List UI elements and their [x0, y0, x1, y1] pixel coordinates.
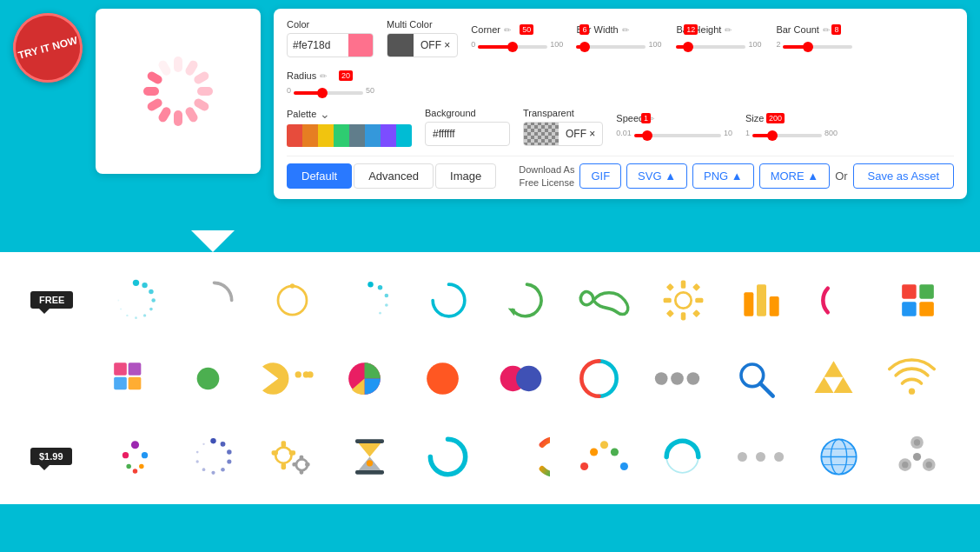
corner-slider[interactable] [478, 45, 547, 49]
palette-strip[interactable] [287, 124, 412, 147]
icon-1[interactable] [101, 265, 170, 335]
corner-edit-icon[interactable]: ✏ [504, 25, 511, 35]
icon-45[interactable] [413, 422, 482, 491]
save-as-asset-button[interactable]: Save as Asset [853, 163, 954, 189]
png-button[interactable]: PNG ▲ [692, 163, 754, 189]
background-input[interactable]: #ffffff [425, 122, 510, 146]
icon-27[interactable] [564, 343, 633, 413]
svg-point-114 [914, 439, 920, 445]
icon-7[interactable] [570, 265, 639, 335]
multicolor-input[interactable]: OFF × [387, 33, 458, 57]
palette-color-4[interactable] [334, 124, 349, 147]
barwidth-edit-icon[interactable]: ✏ [622, 25, 629, 35]
barcount-control: Bar Count ✏ 2 8 [776, 24, 863, 52]
barwidth-control: Bar Width ✏ 6 100 [576, 24, 663, 52]
icon-29[interactable] [720, 343, 790, 413]
icon-22[interactable] [173, 343, 242, 413]
barwidth-slider[interactable] [576, 45, 646, 49]
icon-30[interactable] [798, 343, 868, 413]
icon-23[interactable] [251, 343, 321, 413]
icon-43[interactable] [256, 422, 326, 491]
svg-marker-64 [814, 376, 833, 392]
svg-rect-41 [769, 296, 778, 316]
palette-chevron-icon[interactable]: ⌄ [320, 107, 330, 121]
palette-color-8[interactable] [396, 124, 412, 147]
gif-button[interactable]: GIF [579, 163, 621, 189]
speed-slider[interactable] [634, 134, 721, 137]
multicolor-toggle-text: OFF × [420, 39, 450, 51]
icon-6[interactable] [492, 265, 561, 335]
icon-46[interactable] [491, 422, 560, 491]
controls-panel: Color #fe718d Multi Color OFF [274, 9, 967, 199]
palette-color-6[interactable] [365, 124, 381, 147]
icon-31[interactable] [877, 343, 946, 413]
tab-default[interactable]: Default [287, 163, 352, 189]
download-group: Download As Free License GIF SVG ▲ PNG ▲… [519, 163, 954, 189]
barheight-edit-icon[interactable]: ✏ [725, 25, 732, 35]
icon-21[interactable] [95, 343, 164, 413]
or-text: Or [835, 170, 847, 183]
icon-24[interactable] [329, 343, 399, 413]
radius-edit-icon[interactable]: ✏ [320, 71, 327, 81]
icon-41[interactable] [100, 422, 169, 491]
svg-button[interactable]: SVG ▲ [626, 163, 687, 189]
corner-value: 50 [520, 24, 533, 35]
svg-point-18 [135, 316, 137, 319]
svg-point-103 [774, 452, 784, 462]
svg-point-50 [196, 367, 219, 389]
icon-9[interactable] [726, 265, 796, 335]
svg-point-72 [133, 469, 138, 474]
icon-49[interactable] [725, 422, 795, 491]
transparent-toggle[interactable]: OFF × [559, 128, 602, 140]
palette-color-2[interactable] [302, 124, 318, 147]
svg-point-96 [580, 462, 588, 469]
palette-color-1[interactable] [287, 124, 302, 147]
svg-point-68 [122, 452, 129, 458]
icon-47[interactable] [569, 422, 639, 491]
transparent-input[interactable]: OFF × [523, 122, 603, 146]
icon-51[interactable] [882, 422, 951, 491]
barheight-slider[interactable] [676, 45, 745, 49]
palette-color-7[interactable] [381, 124, 396, 147]
svg-point-102 [756, 452, 765, 462]
corner-label: Corner [471, 24, 500, 35]
radius-min: 0 [287, 86, 291, 95]
icon-44[interactable] [334, 422, 404, 491]
transparent-swatch [524, 122, 559, 146]
icon-48[interactable] [647, 422, 717, 491]
icon-2[interactable] [179, 265, 248, 335]
icon-28[interactable] [642, 343, 712, 413]
svg-point-75 [227, 449, 232, 455]
palette-color-5[interactable] [349, 124, 365, 147]
icon-4[interactable] [335, 265, 405, 335]
svg-point-98 [600, 441, 608, 449]
svg-point-73 [210, 437, 215, 442]
more-button[interactable]: MORE ▲ [759, 163, 830, 189]
color-input[interactable]: #fe718d [287, 33, 374, 57]
icon-42[interactable] [178, 422, 248, 491]
icon-10[interactable] [805, 265, 874, 335]
size-slider[interactable] [752, 134, 822, 137]
icon-25[interactable] [407, 343, 477, 413]
tab-advanced[interactable]: Advanced [354, 163, 434, 189]
multicolor-toggle[interactable]: OFF × [414, 39, 457, 51]
svg-rect-8 [146, 97, 164, 113]
svg-rect-0 [174, 57, 182, 72]
svg-point-82 [202, 442, 204, 444]
icon-3[interactable] [257, 265, 327, 335]
icon-50[interactable] [804, 422, 873, 491]
speed-label: Speed [616, 113, 644, 123]
svg-rect-47 [128, 362, 141, 376]
color-swatch[interactable] [348, 33, 373, 57]
barcount-slider[interactable] [783, 45, 852, 49]
palette-control: Palette ⌄ [287, 107, 412, 147]
icon-8[interactable] [648, 265, 718, 335]
radius-slider[interactable] [294, 91, 363, 95]
tab-image[interactable]: Image [435, 163, 496, 189]
svg-point-116 [902, 462, 908, 468]
palette-color-3[interactable] [318, 124, 334, 147]
icon-5[interactable] [414, 265, 483, 335]
barcount-edit-icon[interactable]: ✏ [823, 25, 830, 35]
icon-26[interactable] [486, 343, 555, 413]
icon-11[interactable] [883, 265, 952, 335]
